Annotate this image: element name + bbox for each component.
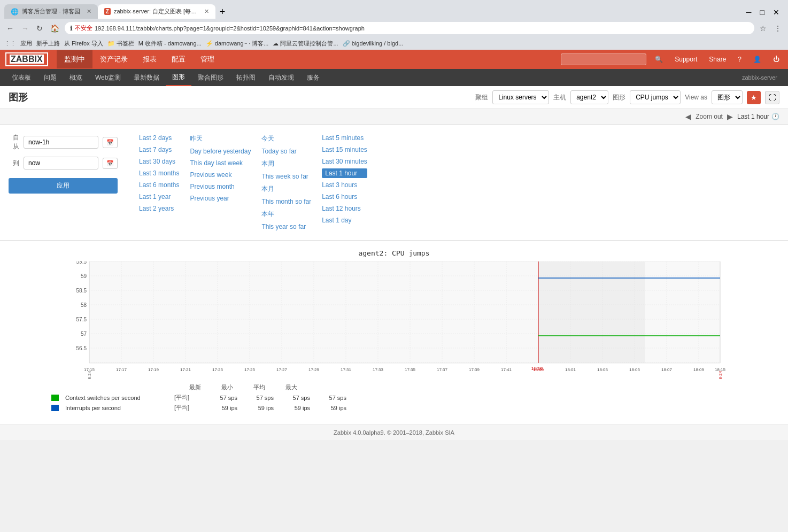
nav-problems[interactable]: 问题 — [37, 70, 63, 86]
link-last-1-day[interactable]: Last 1 day — [322, 215, 367, 225]
link-previous-week[interactable]: Previous week — [190, 170, 251, 180]
bookmark-bookmarks[interactable]: 📁 书签栏 — [107, 40, 134, 48]
apply-btn[interactable]: 应用 — [9, 178, 118, 194]
to-calendar-btn[interactable]: 📅 — [103, 158, 118, 169]
address-box[interactable]: ℹ 不安全 192.168.94.111/zabbix/charts.php?p… — [65, 22, 754, 34]
nav-admin[interactable]: 管理 — [193, 50, 222, 68]
header-search-input[interactable] — [561, 53, 646, 65]
nav-network[interactable]: 拓扑图 — [230, 70, 262, 86]
link-last-3-hours[interactable]: Last 3 hours — [322, 180, 367, 190]
nav-services[interactable]: 服务 — [300, 70, 326, 86]
bookmark-github[interactable]: 🔗 bigdevilking / bigd... — [343, 40, 404, 47]
svg-text:17:37: 17:37 — [437, 367, 448, 372]
link-today[interactable]: 今天 — [261, 133, 311, 144]
forward-btn[interactable]: → — [19, 23, 31, 34]
bookmark-firefox-import[interactable]: 从 Firefox 导入 — [64, 40, 103, 48]
zoom-prev-btn[interactable]: ◀ — [685, 112, 691, 121]
link-last-7-days[interactable]: Last 7 days — [139, 145, 179, 155]
nav-assets[interactable]: 资产记录 — [92, 50, 135, 68]
link-this-week-so-far[interactable]: This week so far — [261, 172, 311, 181]
link-yesterday[interactable]: 昨天 — [190, 133, 251, 144]
nav-graphs[interactable]: 图形 — [166, 70, 191, 86]
support-btn[interactable]: Support — [671, 53, 700, 65]
svg-text:17:23: 17:23 — [212, 367, 223, 372]
search-icon-btn[interactable]: 🔍 — [652, 53, 666, 65]
view-as-label: View as — [685, 94, 707, 101]
from-input[interactable] — [24, 136, 98, 149]
link-last-12-hours[interactable]: Last 12 hours — [322, 204, 367, 213]
link-last-6-months[interactable]: Last 6 months — [139, 180, 179, 190]
link-this-year[interactable]: 本年 — [261, 209, 311, 220]
link-this-week[interactable]: 本周 — [261, 158, 311, 169]
bookmark-aliyun[interactable]: ☁ 阿里云管理控制台管... — [273, 40, 338, 48]
link-last-5-min[interactable]: Last 5 minutes — [322, 133, 367, 143]
link-last-1-hour[interactable]: Last 1 hour — [322, 168, 367, 178]
nav-dashboard[interactable]: 仪表板 — [5, 70, 37, 86]
link-last-3-months[interactable]: Last 3 months — [139, 168, 179, 178]
back-btn[interactable]: ← — [4, 23, 16, 34]
link-last-30-min[interactable]: Last 30 minutes — [322, 157, 367, 166]
nav-autodiscovery[interactable]: 自动发现 — [262, 70, 300, 86]
refresh-btn[interactable]: ↻ — [34, 23, 45, 34]
link-this-month[interactable]: 本月 — [261, 183, 311, 195]
address-text: 192.168.94.111/zabbix/charts.php?page=1&… — [95, 25, 749, 32]
power-icon-btn[interactable]: ⏻ — [770, 53, 783, 65]
page-header: 图形 聚组 Linux servers 主机 agent2 图形 CPU jum… — [0, 86, 788, 109]
link-last-30-days[interactable]: Last 30 days — [139, 157, 179, 166]
nav-webmon[interactable]: Web监测 — [89, 70, 127, 86]
link-last-2-days[interactable]: Last 2 days — [139, 133, 179, 143]
nav-composite[interactable]: 聚合图形 — [191, 70, 230, 86]
share-btn[interactable]: Share — [706, 53, 729, 65]
svg-text:17:35: 17:35 — [405, 367, 416, 372]
star-btn[interactable]: ★ — [747, 91, 761, 104]
extensions-btn[interactable]: ⋮ — [772, 23, 784, 34]
link-day-before-yesterday[interactable]: Day before yesterday — [190, 147, 251, 156]
bookmark-mail[interactable]: M 收件精 - damowang... — [138, 40, 202, 48]
link-previous-month[interactable]: Previous month — [190, 182, 251, 191]
bookmark-star[interactable]: ☆ — [758, 23, 769, 34]
maximize-btn[interactable]: □ — [756, 6, 769, 19]
minimize-btn[interactable]: ─ — [742, 6, 756, 19]
tab2-close[interactable]: ✕ — [204, 8, 209, 15]
user-icon-btn[interactable]: 👤 — [750, 53, 764, 65]
link-last-15-min[interactable]: Last 15 minutes — [322, 145, 367, 155]
chart-legend: 最新 最小 平均 最大 Context switches per second … — [9, 379, 779, 416]
view-as-select[interactable]: 图形 — [712, 90, 743, 104]
to-input[interactable] — [24, 157, 98, 169]
home-btn[interactable]: 🏠 — [48, 23, 61, 34]
nav-overview[interactable]: 概览 — [63, 70, 89, 86]
nav-monitoring[interactable]: 监测中 — [57, 50, 92, 68]
new-tab-button[interactable]: + — [215, 5, 230, 19]
bookmark-newbie[interactable]: 新手上路 — [36, 40, 60, 48]
link-last-2-years[interactable]: Last 2 years — [139, 204, 179, 213]
link-previous-year[interactable]: Previous year — [190, 194, 251, 203]
link-last-1-year[interactable]: Last 1 year — [139, 192, 179, 202]
host-select[interactable]: agent2 — [570, 90, 608, 104]
bookmark-apps[interactable]: 应用 — [20, 40, 32, 48]
nav-reports[interactable]: 报表 — [135, 50, 164, 68]
link-this-year-so-far[interactable]: This year so far — [261, 222, 311, 232]
browser-tab-2[interactable]: Z zabbix-server: 自定义图表 [每3... ✕ — [98, 4, 215, 19]
legend-avg-label-1: [平均] — [174, 404, 201, 412]
link-this-month-so-far[interactable]: This month so far — [261, 197, 311, 206]
group-select[interactable]: Linux servers — [492, 90, 549, 104]
link-today-so-far[interactable]: Today so far — [261, 147, 311, 156]
question-btn[interactable]: ? — [735, 53, 745, 65]
svg-text:17:33: 17:33 — [373, 367, 384, 372]
expand-btn[interactable]: ⛶ — [765, 91, 779, 104]
to-label: 到 — [9, 159, 19, 168]
nav-latest[interactable]: 最新数据 — [127, 70, 166, 86]
page-controls: 聚组 Linux servers 主机 agent2 图形 CPU jumps … — [475, 90, 779, 104]
browser-tab-1[interactable]: 🌐 博客后台管理 - 博客园 ✕ — [4, 4, 98, 19]
nav-config[interactable]: 配置 — [164, 50, 193, 68]
tab1-close[interactable]: ✕ — [87, 8, 91, 15]
graph-select[interactable]: CPU jumps — [630, 90, 681, 104]
svg-text:18:09: 18:09 — [693, 367, 705, 372]
zoom-next-btn[interactable]: ▶ — [727, 112, 733, 121]
bookmark-blog[interactable]: ⚡ damowang~ · 博客... — [206, 40, 269, 48]
close-btn[interactable]: ✕ — [769, 6, 784, 19]
from-calendar-btn[interactable]: 📅 — [103, 137, 118, 148]
tab1-favicon: 🌐 — [11, 8, 19, 16]
link-last-6-hours[interactable]: Last 6 hours — [322, 192, 367, 202]
link-this-day-last-week[interactable]: This day last week — [190, 158, 251, 168]
